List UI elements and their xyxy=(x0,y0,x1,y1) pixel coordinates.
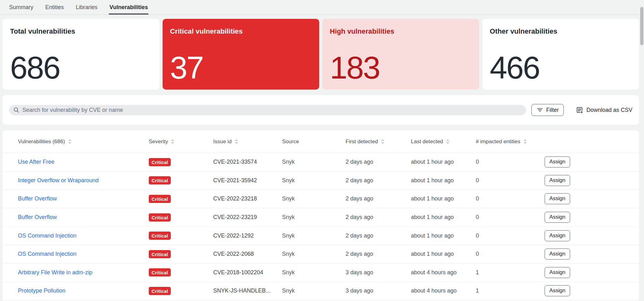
source-cell: Snyk xyxy=(282,287,346,294)
column-header[interactable]: Source xyxy=(282,139,346,145)
table-row: Use After Free Critical CVE-2021-33574 S… xyxy=(3,153,639,172)
tab-entities[interactable]: Entities xyxy=(45,0,64,14)
severity-badge: Critical xyxy=(149,195,171,203)
search-input[interactable] xyxy=(9,105,526,115)
column-header[interactable]: # impacted entities xyxy=(476,139,544,145)
table-row: Buffer Overflow Critical CVE-2022-23218 … xyxy=(3,190,639,208)
column-header-label: Source xyxy=(282,139,299,145)
tab-bar: Summary Entities Libraries Vulnerabiliti… xyxy=(0,0,644,15)
tab-summary[interactable]: Summary xyxy=(9,0,33,14)
first-detected-cell: 3 days ago xyxy=(346,287,411,294)
source-cell: Snyk xyxy=(282,214,346,221)
assign-button[interactable]: Assign xyxy=(545,175,570,186)
stat-card-label: Critical vulnerabilities xyxy=(170,27,311,36)
sort-icon[interactable] xyxy=(68,139,72,144)
sort-icon[interactable] xyxy=(380,139,385,144)
last-detected-cell: about 1 hour ago xyxy=(411,251,476,257)
table-header-row: Vulnerabilities (686) Severity Issue id … xyxy=(3,130,639,153)
table-row: OS Command Injection Critical CVE-2022-2… xyxy=(3,245,639,264)
issue-id-cell: CVE-2018-1002204 xyxy=(213,269,282,276)
download-csv-icon xyxy=(576,106,583,114)
vulnerability-link[interactable]: Arbitrary File Write in adm-zip xyxy=(18,269,92,276)
first-detected-cell: 2 days ago xyxy=(346,195,411,202)
stat-card-default: Other vulnerabilities 466 xyxy=(482,19,639,90)
impacted-entities-cell: 0 xyxy=(476,233,544,239)
table-row: Buffer Overflow Critical CVE-2022-23219 … xyxy=(3,208,639,227)
stat-card-value: 686 xyxy=(10,51,151,84)
issue-id-cell: SNYK-JS-HANDLEB... xyxy=(213,287,282,294)
table-row: Arbitrary File Write in adm-zip Critical… xyxy=(3,264,639,282)
vulnerability-link[interactable]: Buffer Overflow xyxy=(18,195,57,202)
column-header[interactable]: Severity xyxy=(149,139,213,145)
search-field-wrapper xyxy=(9,105,526,115)
filter-button[interactable]: Filter xyxy=(531,104,564,116)
column-header[interactable]: Issue id xyxy=(213,139,282,145)
filter-icon xyxy=(536,107,543,113)
assign-button[interactable]: Assign xyxy=(545,230,570,241)
column-header[interactable]: Vulnerabilities (686) xyxy=(18,139,149,145)
column-header-label: # impacted entities xyxy=(476,139,520,145)
last-detected-cell: about 4 hours ago xyxy=(411,269,476,276)
assign-button[interactable]: Assign xyxy=(545,193,570,204)
impacted-entities-cell: 0 xyxy=(476,195,544,202)
assign-button[interactable]: Assign xyxy=(545,212,570,223)
severity-badge: Critical xyxy=(149,232,171,240)
column-header-label: First detected xyxy=(346,139,378,145)
severity-badge: Critical xyxy=(149,176,171,184)
assign-button[interactable]: Assign xyxy=(545,285,570,296)
vulnerability-link[interactable]: Integer Overflow or Wraparound xyxy=(18,177,99,183)
vertical-scrollbar-thumb[interactable] xyxy=(640,7,643,45)
stat-card-label: Other vulnerabilities xyxy=(490,27,631,36)
vulnerability-link[interactable]: OS Command Injection xyxy=(18,233,76,239)
column-header-label: Last detected xyxy=(411,139,443,145)
download-csv-label: Download as CSV xyxy=(586,107,632,113)
first-detected-cell: 2 days ago xyxy=(346,251,411,257)
sort-icon[interactable] xyxy=(523,139,527,144)
last-detected-cell: about 1 hour ago xyxy=(411,159,476,165)
column-header-label: Severity xyxy=(149,139,168,145)
assign-button[interactable]: Assign xyxy=(545,156,570,167)
tab-label: Entities xyxy=(45,4,64,11)
impacted-entities-cell: 1 xyxy=(476,269,544,276)
table-row: Integer Overflow or Wraparound Critical … xyxy=(3,172,639,190)
sort-icon[interactable] xyxy=(170,139,175,144)
source-cell: Snyk xyxy=(282,177,346,184)
column-header[interactable]: First detected xyxy=(346,139,411,145)
stat-card-label: High vulnerabilities xyxy=(330,27,471,36)
sort-icon[interactable] xyxy=(446,139,450,144)
vulnerability-link[interactable]: Use After Free xyxy=(18,159,54,165)
sort-icon[interactable] xyxy=(234,139,239,144)
issue-id-cell: CVE-2021-33574 xyxy=(213,159,282,165)
severity-badge: Critical xyxy=(149,158,171,166)
stat-card-high: High vulnerabilities 183 xyxy=(322,19,479,90)
issue-id-cell: CVE-2022-1292 xyxy=(213,233,282,239)
tab-label: Libraries xyxy=(76,4,97,11)
last-detected-cell: about 1 hour ago xyxy=(411,177,476,184)
vulnerability-link[interactable]: Buffer Overflow xyxy=(18,214,57,220)
toolbar: Filter Download as CSV xyxy=(3,95,639,125)
impacted-entities-cell: 0 xyxy=(476,159,544,165)
stat-card-default: Total vulnerabilities 686 xyxy=(3,19,159,90)
last-detected-cell: about 4 hours ago xyxy=(411,287,476,294)
first-detected-cell: 2 days ago xyxy=(346,159,411,165)
last-detected-cell: about 1 hour ago xyxy=(411,195,476,202)
impacted-entities-cell: 0 xyxy=(476,214,544,221)
tab-libraries[interactable]: Libraries xyxy=(76,0,97,14)
vulnerability-link[interactable]: Prototype Pollution xyxy=(18,287,65,294)
stats-row: Total vulnerabilities 686 Critical vulne… xyxy=(3,19,639,90)
stat-card-label: Total vulnerabilities xyxy=(10,27,151,36)
tab-vulnerabilities[interactable]: Vulnerabilities xyxy=(109,0,148,14)
severity-badge: Critical xyxy=(149,213,171,222)
assign-button[interactable]: Assign xyxy=(545,267,570,278)
vulnerability-link[interactable]: OS Command Injection xyxy=(18,251,76,257)
table-row: Prototype Pollution Critical SNYK-JS-HAN… xyxy=(3,282,639,300)
assign-button[interactable]: Assign xyxy=(545,249,570,260)
issue-id-cell: CVE-2021-35942 xyxy=(213,177,282,184)
first-detected-cell: 2 days ago xyxy=(346,214,411,221)
column-header-label: Vulnerabilities (686) xyxy=(18,139,65,145)
severity-badge: Critical xyxy=(149,268,171,276)
download-csv-button[interactable]: Download as CSV xyxy=(576,106,632,114)
issue-id-cell: CVE-2022-23218 xyxy=(213,195,282,202)
column-header[interactable]: Last detected xyxy=(411,139,476,145)
severity-badge: Critical xyxy=(149,250,171,258)
